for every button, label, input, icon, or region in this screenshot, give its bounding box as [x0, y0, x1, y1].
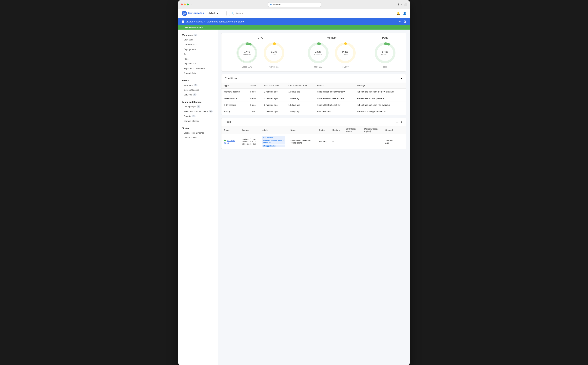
- pod-name-cell: kindnet-fmj8d: [221, 134, 240, 149]
- cpu-title: CPU: [225, 36, 296, 39]
- condition-type: DiskPressure: [221, 95, 248, 102]
- sidebar-section-service-title: Service: [178, 78, 218, 83]
- sidebar-item-pods[interactable]: Pods: [178, 56, 218, 61]
- memory-limits-metric: 0.8% Limits MiB: 50: [334, 41, 357, 68]
- back-button[interactable]: ‹: [191, 3, 192, 6]
- cpu-limits-metric: 1.3% Limits Cores: 0,1: [262, 41, 286, 68]
- sidebar-item-stateful-sets[interactable]: Stateful Sets: [178, 71, 218, 76]
- pods-table-header: Pods ☰ ▲: [221, 118, 406, 126]
- close-button[interactable]: [181, 3, 183, 6]
- sidebar-item-replication-controllers[interactable]: Replication Controllers: [178, 66, 218, 71]
- sidebar-item-ingress-classes[interactable]: Ingress Classes: [178, 88, 218, 92]
- pod-name-link[interactable]: kindnet-fmj8d: [224, 139, 235, 144]
- pod-cpu: -: [343, 134, 362, 149]
- address-input[interactable]: localhost: [268, 2, 321, 7]
- condition-reason: KubeletHasNoDiskPressure: [314, 95, 354, 102]
- sidebar-section-cluster-title: Cluster: [178, 126, 218, 130]
- breadcrumb-actions: ✏ 🗑: [399, 20, 406, 23]
- label-tag: k8s-app: kindnet: [262, 145, 285, 147]
- pods-alloc-donut: 6.4% Allocation: [374, 41, 397, 64]
- sidebar: Workloads N Cron Jobs Daemon Sets Deploy…: [178, 29, 218, 365]
- sidebar-item-daemon-sets[interactable]: Daemon Sets: [178, 42, 218, 47]
- pods-col-status: Status: [317, 126, 330, 134]
- pod-labels: app: kindnetcontroller-revision-hash: 5 …: [259, 134, 288, 149]
- breadcrumb-cluster[interactable]: Cluster: [186, 20, 193, 23]
- sidebar-item-cluster-role-bindings[interactable]: Cluster Role Bindings: [178, 130, 218, 135]
- sidebar-section-config-title: Config and Storage: [178, 100, 218, 104]
- sidebar-item-pvc[interactable]: Persistent Volume Claims N: [178, 109, 218, 114]
- condition-status: False: [248, 88, 262, 95]
- table-row: MemoryPressure False 2 minutes ago 10 da…: [221, 88, 406, 95]
- condition-reason: KubeletHasSufficientPID: [314, 102, 354, 108]
- table-row: kindnet-fmj8d docker.io/kindest/kindnet:…: [221, 134, 406, 149]
- breadcrumb-sep-1: ›: [194, 20, 195, 23]
- condition-probe: 2 minutes ago: [262, 108, 286, 115]
- condition-status: False: [248, 95, 262, 102]
- sidebar-item-services[interactable]: Services N: [178, 92, 218, 97]
- pods-col-cpu: CPU Usage (cores): [343, 126, 362, 134]
- sidebar-item-ingresses[interactable]: Ingresses N: [178, 83, 218, 88]
- condition-transition: 10 days ago: [286, 88, 314, 95]
- bell-icon[interactable]: 🔔: [397, 12, 400, 15]
- hamburger-button[interactable]: ☰: [182, 20, 184, 23]
- sidebar-item-cron-jobs[interactable]: Cron Jobs: [178, 37, 218, 42]
- sidebar-icon[interactable]: ⬜: [404, 3, 407, 6]
- pods-collapse-icon[interactable]: ▲: [400, 120, 403, 124]
- new-tab-icon[interactable]: +: [401, 3, 402, 6]
- user-icon[interactable]: 👤: [403, 12, 406, 15]
- cpu-limits-text: 1.3% Limits: [271, 50, 277, 55]
- condition-probe: 2 minutes ago: [262, 95, 286, 102]
- namespace-select[interactable]: default ▾: [207, 11, 227, 16]
- condition-probe: 2 minutes ago: [262, 102, 286, 108]
- pods-alloc-footer: Pods: 7: [374, 66, 397, 68]
- configmaps-badge: N: [197, 105, 200, 108]
- filter-icon[interactable]: ☰: [396, 120, 398, 124]
- mem-requests-footer: MiB: 150: [307, 66, 330, 68]
- condition-transition: 10 days ago: [286, 108, 314, 115]
- pods-col-actions: [398, 126, 406, 134]
- logo-area: kubernetes: [182, 11, 204, 16]
- sidebar-item-cluster-roles[interactable]: Cluster Roles: [178, 135, 218, 140]
- col-status: Status: [248, 83, 262, 89]
- cpu-requests-donut: 9.4% Requests: [235, 41, 258, 64]
- mem-requests-donut: 2.5% Requests: [307, 41, 330, 64]
- sidebar-item-deployments[interactable]: Deployments: [178, 47, 218, 52]
- search-bar[interactable]: 🔍 Search: [229, 11, 389, 16]
- pod-created: 10 days ago: [383, 134, 398, 149]
- minimize-button[interactable]: [184, 3, 186, 6]
- condition-type: Ready: [221, 108, 248, 115]
- sidebar-section-workloads-title: Workloads N: [178, 33, 218, 37]
- memory-section: Memory 2.5%: [296, 36, 367, 68]
- condition-message: kubelet has sufficient memory available: [354, 88, 406, 95]
- breadcrumb: Cluster › Nodes › kubernetes-dashboard-c…: [186, 20, 244, 23]
- delete-icon[interactable]: 🗑: [404, 20, 406, 23]
- plus-icon[interactable]: +: [392, 11, 394, 15]
- content-area: CPU: [218, 29, 410, 365]
- env-label: Local dev environment: [182, 26, 203, 28]
- breadcrumb-nodes[interactable]: Nodes: [196, 20, 203, 23]
- label-tag: app: kindnet: [262, 136, 285, 139]
- pods-col-name: Name: [221, 126, 240, 134]
- titlebar: ‹ localhost ⬆ + ⬜: [178, 0, 410, 9]
- pod-image: docker.io/kindest/kindnet:v20230511-dc71…: [240, 134, 259, 149]
- cpu-requests-metric: 9.4% Requests Cores: 0,75: [235, 41, 258, 68]
- sidebar-item-jobs[interactable]: Jobs: [178, 52, 218, 56]
- sidebar-item-secrets[interactable]: Secrets N: [178, 114, 218, 119]
- k8s-logo: [182, 11, 187, 16]
- maximize-button[interactable]: [187, 3, 189, 6]
- share-icon[interactable]: ⬆: [397, 3, 400, 6]
- sidebar-item-replica-sets[interactable]: Replica Sets: [178, 61, 218, 66]
- edit-icon[interactable]: ✏: [399, 20, 401, 23]
- condition-status: True: [248, 108, 262, 115]
- pods-table-actions: ☰ ▲: [396, 120, 403, 124]
- breadcrumb-current: kubernetes-dashboard-control-plane: [206, 20, 244, 23]
- condition-message: kubelet has sufficient PID available: [354, 102, 406, 108]
- sidebar-item-storage-classes[interactable]: Storage Classes: [178, 119, 218, 123]
- pods-metrics-title: Pods: [367, 36, 403, 39]
- condition-message: kubelet is posting ready status: [354, 108, 406, 115]
- conditions-collapse-icon[interactable]: ▲: [400, 77, 403, 80]
- pod-memory: -: [361, 134, 383, 149]
- topbar: kubernetes default ▾ 🔍 Search + 🔔 👤: [178, 9, 410, 18]
- pod-more-btn[interactable]: ⋮: [398, 134, 406, 149]
- sidebar-item-config-maps[interactable]: Config Maps N: [178, 104, 218, 109]
